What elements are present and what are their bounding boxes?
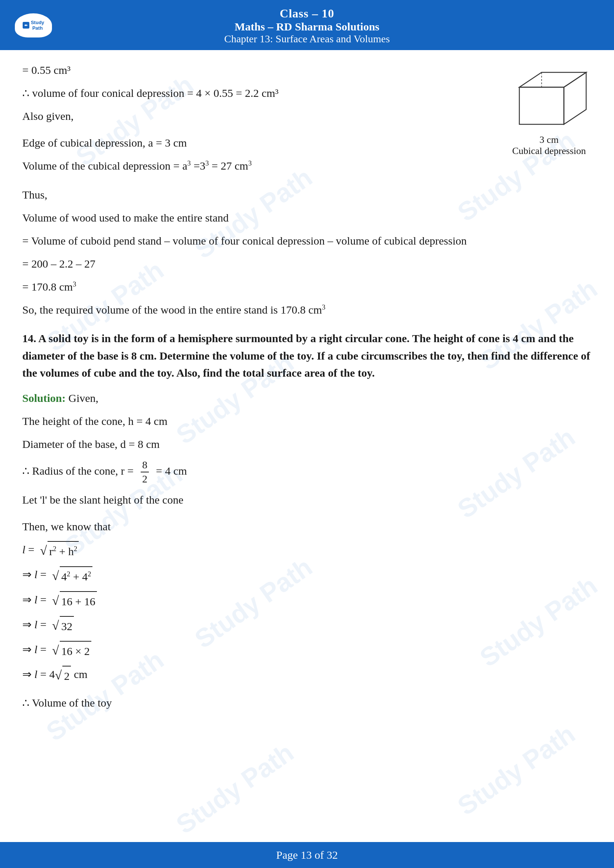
sqrt-4242: √ 42 + 42 [52, 566, 92, 586]
line-volume-four-cones: ∴ volume of four conical depression = 4 … [22, 84, 431, 102]
sqrt-16p16: √ 16 + 16 [52, 591, 97, 611]
sqrt-content-6: 2 [62, 666, 71, 685]
sol-base-diameter: Diameter of the base, d = 8 cm [22, 435, 592, 453]
sqrt-symbol-6: √ [55, 669, 62, 682]
watermark-8: Study Path [171, 737, 299, 839]
sol-radius: ∴ Radius of the cone, r = 8 2 = 4 cm [22, 458, 592, 486]
eq-l-sqrt-16plus16: ⇒ l = √ 16 + 16 [22, 591, 592, 611]
fraction-denominator: 2 [141, 473, 149, 486]
line-volume-cone-single: = 0.55 cm³ [22, 61, 431, 79]
solution-given: Given, [68, 392, 98, 404]
logo-text-study: Study [31, 20, 44, 25]
figure-dimension-label: 3 cm [506, 134, 592, 146]
sqrt-r2h2: √ r2 + h2 [40, 541, 79, 560]
solution-label: Solution: [22, 392, 66, 404]
svg-marker-1 [519, 72, 586, 87]
sqrt-32: √ 32 [52, 616, 74, 636]
sol-slant-intro: Let 'l' be the slant height of the cone [22, 491, 592, 509]
line-thus: Thus, [22, 186, 592, 204]
header-subject: Maths – RD Sharma Solutions [4, 20, 610, 33]
radius-fraction: 8 2 [141, 458, 149, 486]
sqrt-content-1: r2 + h2 [48, 541, 79, 560]
eq-l-4sqrt2: ⇒ l = 4 √ 2 cm [22, 665, 592, 685]
question-14-text: 14. A solid toy is in the form of a hemi… [22, 330, 592, 382]
line-volume-cubical: Volume of the cubical depression = a3 =3… [22, 157, 431, 175]
header-chapter: Chapter 13: Surface Areas and Volumes [4, 33, 610, 45]
cubical-figure-svg [508, 65, 590, 132]
line-volume-equation: = Volume of cuboid pend stand – volume o… [22, 232, 592, 250]
sqrt-content-4: 32 [60, 616, 74, 636]
sqrt-symbol-4: √ [52, 619, 59, 632]
figure-caption: Cubical depression [506, 146, 592, 157]
line-edge-cubical: Edge of cubical depression, a = 3 cm [22, 134, 431, 152]
sqrt-content-5: 16 × 2 [60, 641, 91, 660]
svg-line-5 [519, 72, 542, 87]
thus-block: Thus, Volume of wood used to make the en… [22, 186, 592, 319]
page-number: Page 13 of 32 [276, 849, 338, 861]
watermark-13: Study Path [453, 719, 581, 821]
page-header: ✏ Study Path Class – 10 Maths – RD Sharm… [0, 0, 614, 50]
sqrt-symbol-5: √ [52, 644, 59, 657]
line-conclusion: So, the required volume of the wood in t… [22, 301, 592, 319]
sqrt-2-inline: √ 2 [55, 666, 71, 685]
cubical-figure: 3 cm Cubical depression [506, 65, 592, 157]
eq-l-sqrt-4242: ⇒ l = √ 42 + 42 [22, 566, 592, 585]
question-14-block: 14. A solid toy is in the form of a hemi… [22, 330, 592, 382]
page-footer: Page 13 of 32 [0, 842, 614, 868]
sol-then: Then, we know that [22, 518, 592, 535]
main-content: Study Path Study Path Study Path Study P… [0, 50, 614, 758]
eq-l-sqrt-16x2: ⇒ l = √ 16 × 2 [22, 640, 592, 660]
eq-l-sqrt-32: ⇒ l = √ 32 [22, 616, 592, 636]
solution-block: Solution: Given, The height of the cone,… [22, 389, 592, 712]
logo: ✏ Study Path [11, 10, 56, 40]
solution-intro: Solution: Given, [22, 389, 592, 407]
header-class: Class – 10 [4, 7, 610, 20]
sqrt-symbol-2: √ [52, 570, 59, 582]
logo-text-path: Path [31, 25, 44, 31]
line-also-given: Also given, [22, 107, 431, 125]
svg-marker-2 [564, 72, 586, 124]
sol-vol-toy-label: ∴ Volume of the toy [22, 694, 592, 712]
sqrt-16x2: √ 16 × 2 [52, 641, 91, 660]
svg-rect-0 [519, 87, 564, 124]
line-calc1: = 200 – 2.2 – 27 [22, 255, 592, 273]
sqrt-content-3: 16 + 16 [60, 591, 97, 611]
fraction-numerator: 8 [141, 458, 149, 473]
line-wood-stand: Volume of wood used to make the entire s… [22, 209, 592, 227]
sqrt-symbol-1: √ [40, 544, 47, 557]
sol-cone-height: The height of the cone, h = 4 cm [22, 412, 592, 430]
eq-l-sqrt-r2h2: l = √ r2 + h2 [22, 541, 592, 560]
sqrt-symbol-3: √ [52, 595, 59, 607]
line-calc2: = 170.8 cm3 [22, 278, 592, 296]
sqrt-content-2: 42 + 42 [60, 566, 93, 586]
top-section: 3 cm Cubical depression = 0.55 cm³ ∴ vol… [22, 61, 592, 175]
